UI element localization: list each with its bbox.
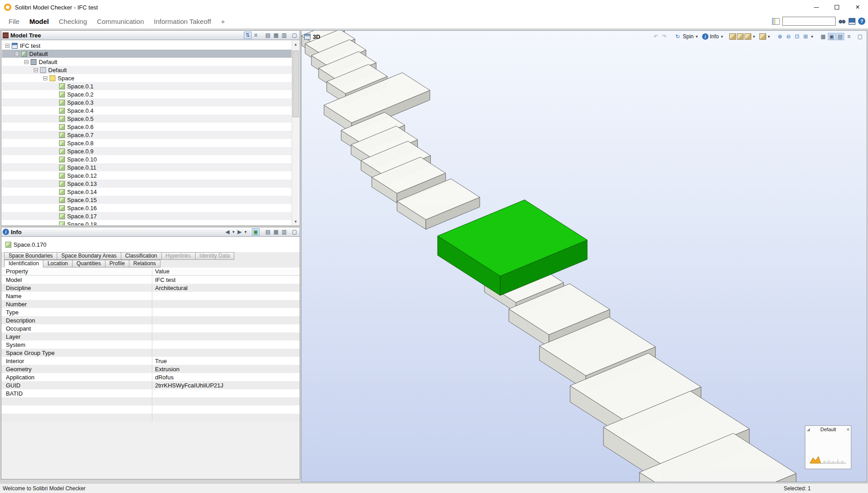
property-row-interior[interactable]: InteriorTrue [1,357,300,365]
help-icon[interactable]: ? [858,18,865,25]
property-row-batid[interactable]: BATID [1,389,300,397]
tree-item-space-0-9[interactable]: Space.0.9 [2,147,292,155]
property-row-number[interactable]: Number [1,300,300,308]
tree-item-space-0-12[interactable]: Space.0.12 [2,171,292,180]
property-column-header[interactable]: Property [1,267,152,275]
info-view-2-icon[interactable]: ▦ [272,228,280,235]
info-view-3-icon[interactable]: ▥ [280,228,288,235]
menu-file[interactable]: File [4,14,24,28]
presentation-layout-icon[interactable]: ▤ [836,33,844,40]
tab-space-boundaries[interactable]: Space Boundaries [4,252,57,260]
spin-icon[interactable]: ↻ [674,33,681,40]
history-back-icon[interactable]: ◀ [224,228,231,235]
property-row-application[interactable]: ApplicationdRofus [1,373,300,381]
tree-item-space-0-11[interactable]: Space.0.11 [2,163,292,171]
expand-toggle-icon[interactable] [34,68,38,72]
property-row-occupant[interactable]: Occupant [1,324,300,332]
tab-space-boundary-areas[interactable]: Space Boundary Areas [57,252,121,260]
transparency-icon[interactable] [759,33,766,40]
tree-item-space-0-2[interactable]: Space.0.2 [2,90,292,98]
mini-panel-close-icon[interactable]: × [847,427,850,432]
3d-viewport[interactable]: 3D ↶ ↷ ↻ Spin ▾ i Info ▾ ▾ ▾ [301,30,867,482]
tree-hierarchy-icon[interactable]: ⇅ [244,32,251,39]
history-forward-icon[interactable]: ▶ [236,228,243,235]
collapse-all-icon[interactable]: ▦ [272,32,280,39]
section-tools-caret-icon[interactable]: ▾ [752,34,756,39]
panel-maximize-icon[interactable]: ▢ [291,32,298,39]
find-icon[interactable] [838,18,846,24]
expand-toggle-icon[interactable] [24,60,28,64]
tree-item-space-0-14[interactable]: Space.0.14 [2,188,292,196]
maximize-button[interactable] [827,0,847,14]
tree-item-space-0-16[interactable]: Space.0.16 [2,204,292,212]
spin-caret-icon[interactable]: ▾ [695,34,699,39]
tree-item-space-0-7[interactable]: Space.0.7 [2,131,292,139]
menu-item[interactable]: + [216,14,230,28]
tree-item-ifc-test[interactable]: IFC test [2,41,292,50]
property-row-name[interactable]: Name [1,292,300,300]
menu-model[interactable]: Model [24,14,54,28]
tree-item-default[interactable]: Default [2,66,292,74]
expand-toggle-icon[interactable] [15,52,19,56]
tab-relations[interactable]: Relations [129,260,160,267]
property-row-description[interactable]: Description [1,316,300,324]
default-presentation-panel[interactable]: ◢ Default × [805,425,851,469]
tree-item-space-0-10[interactable]: Space.0.10 [2,155,292,163]
tree-settings-icon[interactable]: ▥ [280,32,288,39]
save-icon[interactable] [849,18,855,25]
tab-classification[interactable]: Classification [121,252,162,260]
close-button[interactable]: × [847,0,868,14]
scroll-down-icon[interactable]: ▼ [292,218,299,225]
property-row-guid[interactable]: GUID2trrKHSWyFcaIUhliUP21J [1,381,300,389]
section-box-icon[interactable] [737,33,744,40]
tree-item-space-0-1[interactable]: Space.0.1 [2,82,292,90]
menu-information-takeoff[interactable]: Information Takeoff [149,14,216,28]
tab-identity-data[interactable]: Identity Data [195,252,234,260]
3d-scene[interactable] [302,31,867,482]
tab-profile[interactable]: Profile [105,260,129,267]
auto-update-toggle-icon[interactable]: ▣ [252,228,260,235]
undo-icon[interactable]: ↶ [652,33,660,40]
tab-identification[interactable]: Identification [4,260,43,267]
tree-item-space-0-17[interactable]: Space.0.17 [2,212,292,220]
tree-item-space-0-6[interactable]: Space.0.6 [2,123,292,131]
zoom-window-icon[interactable]: ⊞ [802,33,809,40]
tree-item-space[interactable]: Space [2,74,292,82]
zoom-out-icon[interactable]: ⊖ [785,33,792,40]
property-row-layer[interactable]: Layer [1,332,300,341]
dual-view-icon[interactable]: ▦ [819,33,827,40]
property-row-type[interactable]: Type [1,308,300,316]
tab-quantities[interactable]: Quantities [72,260,105,267]
tree-item-space-0-4[interactable]: Space.0.4 [2,106,292,115]
panel-maximize-icon[interactable]: ▢ [291,228,298,235]
tree-item-default[interactable]: Default [2,50,292,58]
history-back-caret-icon[interactable]: ▾ [232,230,235,234]
menu-checking[interactable]: Checking [54,14,92,28]
tree-item-space-0-18[interactable]: Space.0.18 [2,220,292,225]
zoom-caret-icon[interactable]: ▾ [810,34,814,39]
tree-item-space-0-13[interactable]: Space.0.13 [2,180,292,188]
history-forward-caret-icon[interactable]: ▾ [244,230,247,234]
property-row-model[interactable]: ModelIFC test [1,276,300,284]
tab-hyperlinks[interactable]: Hyperlinks [161,252,196,260]
panel-maximize-icon[interactable]: ▢ [856,33,864,40]
menu-communication[interactable]: Communication [92,14,149,28]
tree-item-space-0-5[interactable]: Space.0.5 [2,115,292,123]
value-column-header[interactable]: Value [152,267,300,275]
tree-scrollbar[interactable]: ▲ ▼ [292,41,299,225]
layers-icon[interactable]: ≡ [845,33,853,40]
zoom-in-icon[interactable]: ⊕ [776,33,784,40]
scroll-up-icon[interactable]: ▲ [292,41,299,48]
resize-grip-icon[interactable]: ◢ [807,427,810,432]
zoom-fit-icon[interactable]: ⊡ [793,33,801,40]
scrollbar-thumb[interactable] [292,51,299,117]
info-view-1-icon[interactable]: ▤ [264,228,272,235]
flat-list-icon[interactable]: ≡ [252,32,260,39]
minimize-button[interactable] [806,0,827,14]
tree-item-space-0-8[interactable]: Space.0.8 [2,139,292,147]
split-layout-icon[interactable]: ▣ [828,33,836,40]
expand-toggle-icon[interactable] [5,44,9,48]
tree-item-space-0-15[interactable]: Space.0.15 [2,196,292,204]
tree-item-space-0-3[interactable]: Space.0.3 [2,98,292,106]
spin-label[interactable]: Spin [683,33,694,40]
